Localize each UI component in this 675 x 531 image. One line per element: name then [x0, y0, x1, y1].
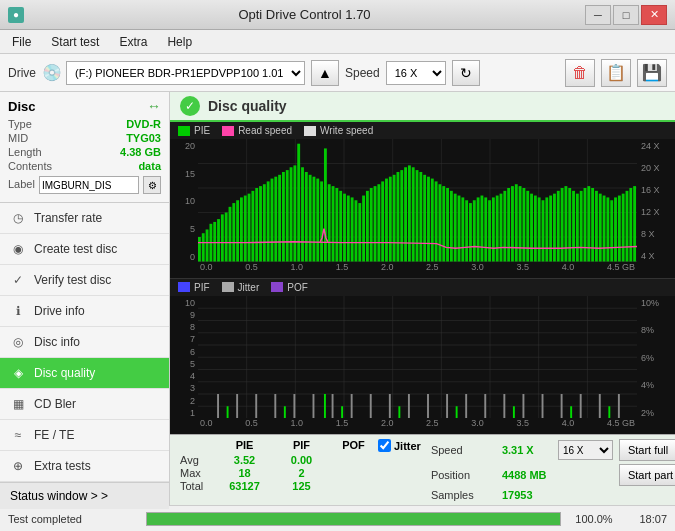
- svg-rect-99: [526, 191, 529, 262]
- svg-rect-74: [431, 179, 434, 262]
- pie-legend-color: [178, 126, 190, 136]
- x-label: 2.0: [381, 262, 394, 278]
- sidebar-item-fe-te[interactable]: ≈ FE / TE: [0, 420, 169, 451]
- menu-extra[interactable]: Extra: [111, 33, 155, 51]
- stats-bar: PIE PIF POF Jitter Avg 3.52 0.00: [170, 434, 675, 505]
- svg-rect-57: [366, 191, 369, 262]
- jitter-checkbox[interactable]: [378, 439, 391, 452]
- svg-rect-111: [572, 191, 575, 262]
- svg-rect-157: [427, 394, 429, 419]
- svg-rect-100: [530, 194, 533, 262]
- label-input[interactable]: [39, 176, 139, 194]
- svg-rect-60: [377, 184, 380, 261]
- read-speed-legend-label: Read speed: [238, 125, 292, 136]
- svg-rect-54: [355, 200, 358, 261]
- y-label: 1: [190, 408, 195, 418]
- sidebar-item-extra-tests[interactable]: ⊕ Extra tests: [0, 451, 169, 482]
- erase-button[interactable]: 🗑: [565, 59, 595, 87]
- y-label: 7: [190, 334, 195, 344]
- drive-eject-button[interactable]: ▲: [311, 60, 339, 86]
- svg-rect-78: [446, 188, 449, 262]
- svg-rect-110: [568, 188, 571, 262]
- minimize-button[interactable]: ─: [585, 5, 611, 25]
- status-window-button[interactable]: Status window > >: [0, 482, 169, 509]
- sidebar-item-label: Disc quality: [34, 366, 95, 380]
- maximize-button[interactable]: □: [613, 5, 639, 25]
- svg-rect-163: [542, 394, 544, 419]
- menu-help[interactable]: Help: [159, 33, 200, 51]
- svg-rect-22: [232, 203, 235, 261]
- svg-rect-91: [496, 196, 499, 262]
- svg-rect-36: [286, 170, 289, 261]
- svg-rect-33: [274, 177, 277, 262]
- label-settings-button[interactable]: ⚙: [143, 176, 161, 194]
- svg-rect-51: [343, 194, 346, 262]
- y-label: 2: [190, 396, 195, 406]
- menu-file[interactable]: File: [4, 33, 39, 51]
- svg-rect-119: [603, 196, 606, 262]
- y-label-right: 20 X: [641, 163, 660, 173]
- drive-select[interactable]: (F:) PIONEER BDR-PR1EPDVPP100 1.01: [66, 61, 305, 85]
- svg-rect-161: [503, 394, 505, 419]
- y-label: 10: [185, 298, 195, 308]
- x-label: 4.5 GB: [607, 418, 635, 434]
- close-button[interactable]: ✕: [641, 5, 667, 25]
- svg-rect-152: [332, 394, 334, 419]
- sidebar-item-create-test-disc[interactable]: ◉ Create test disc: [0, 234, 169, 265]
- sidebar-item-disc-quality[interactable]: ◈ Disc quality: [0, 358, 169, 389]
- start-part-button[interactable]: Start part: [619, 464, 675, 486]
- lower-chart-svg-area: 0.0 0.5 1.0 1.5 2.0 2.5 3.0 3.5 4.0 4.5 …: [198, 296, 637, 435]
- sidebar-item-transfer-rate[interactable]: ◷ Transfer rate: [0, 203, 169, 234]
- save-button[interactable]: 💾: [637, 59, 667, 87]
- speed-select-dropdown[interactable]: 16 X: [558, 440, 613, 460]
- transfer-rate-icon: ◷: [10, 210, 26, 226]
- sidebar-item-label: Disc info: [34, 335, 80, 349]
- svg-rect-171: [398, 406, 400, 418]
- svg-rect-115: [587, 186, 590, 261]
- svg-rect-116: [591, 188, 594, 262]
- sidebar-item-verify-test-disc[interactable]: ✓ Verify test disc: [0, 265, 169, 296]
- sidebar-item-cd-bler[interactable]: ▦ CD Bler: [0, 389, 169, 420]
- upper-chart: PIE Read speed Write speed 20: [170, 122, 675, 278]
- svg-rect-55: [358, 203, 361, 261]
- svg-rect-40: [301, 167, 304, 261]
- start-full-button[interactable]: Start full: [619, 439, 675, 461]
- x-label: 3.5: [517, 418, 530, 434]
- status-text: Test completed: [8, 513, 138, 525]
- read-speed-legend-color: [222, 126, 234, 136]
- svg-rect-79: [450, 191, 453, 262]
- svg-rect-62: [385, 179, 388, 262]
- svg-rect-155: [389, 394, 391, 419]
- svg-rect-127: [633, 186, 636, 261]
- svg-rect-67: [404, 167, 407, 261]
- sidebar-item-disc-info[interactable]: ◎ Disc info: [0, 327, 169, 358]
- y-label: 0: [190, 252, 195, 262]
- charts-container: PIE Read speed Write speed 20: [170, 122, 675, 434]
- menubar: File Start test Extra Help: [0, 30, 675, 54]
- y-label-right: 6%: [641, 353, 654, 363]
- pif-header: PIF: [274, 439, 329, 452]
- disc-panel-toggle[interactable]: ↔: [147, 98, 161, 114]
- max-pof: [331, 467, 376, 479]
- stats-empty: [180, 439, 215, 452]
- jitter-legend-color: [222, 282, 234, 292]
- samples-value: 17953: [502, 489, 552, 501]
- svg-rect-93: [503, 191, 506, 262]
- svg-rect-31: [267, 181, 270, 261]
- disc-info-icon: ◎: [10, 334, 26, 350]
- svg-rect-94: [507, 188, 510, 262]
- upper-y-axis-left: 20 15 10 5 0: [170, 139, 198, 278]
- copy-button[interactable]: 📋: [601, 59, 631, 87]
- sidebar-item-drive-info[interactable]: ℹ Drive info: [0, 296, 169, 327]
- x-label: 0.5: [245, 262, 258, 278]
- y-label-right: 24 X: [641, 141, 660, 151]
- speed-select[interactable]: 16 X 12 X 8 X: [386, 61, 446, 85]
- menu-start-test[interactable]: Start test: [43, 33, 107, 51]
- svg-rect-97: [519, 186, 522, 261]
- label-label: Label: [8, 178, 35, 190]
- svg-rect-61: [381, 181, 384, 261]
- x-label: 3.0: [471, 262, 484, 278]
- refresh-button[interactable]: ↻: [452, 60, 480, 86]
- mid-label: MID: [8, 132, 28, 144]
- contents-value: data: [138, 160, 161, 172]
